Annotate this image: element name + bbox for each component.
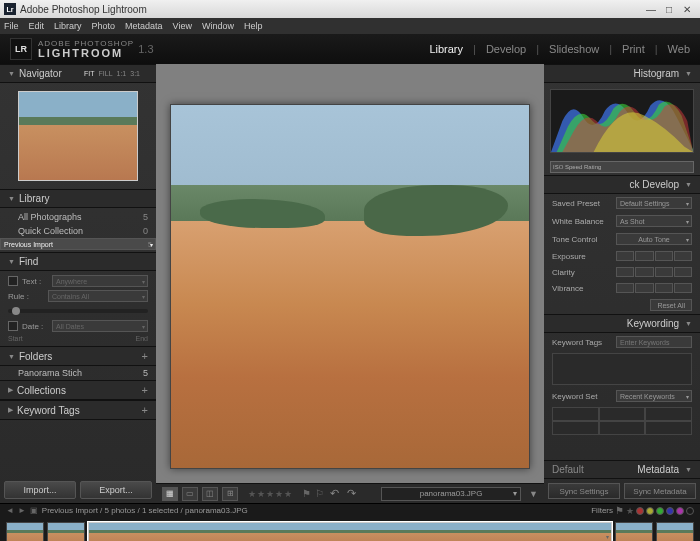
menu-file[interactable]: File <box>4 21 19 31</box>
library-header[interactable]: ▼Library <box>0 189 156 208</box>
loupe-view-icon[interactable]: ▭ <box>182 487 198 501</box>
iso-display: ISO Speed Rating <box>550 161 694 173</box>
lib-quick-collection[interactable]: Quick Collection0 <box>0 224 156 238</box>
toolbar: ▦ ▭ ◫ ⊞ ★★★★★ ⚑ ⚐ ↶ ↷ panorama03.JPG ▼ <box>156 483 544 503</box>
plus-icon[interactable]: + <box>142 384 148 396</box>
module-picker: Library| Develop| Slideshow| Print| Web <box>429 43 690 55</box>
find-rule-select[interactable]: Contains All <box>48 290 148 302</box>
nav-fill[interactable]: FILL <box>99 70 113 77</box>
find-date-select[interactable]: All Dates <box>52 320 148 332</box>
menubar: File Edit Library Photo Metadata View Wi… <box>0 18 700 34</box>
find-text-select[interactable]: Anywhere <box>52 275 148 287</box>
center-stage: ▦ ▭ ◫ ⊞ ★★★★★ ⚑ ⚐ ↶ ↷ panorama03.JPG ▼ <box>156 64 544 503</box>
saved-preset-select[interactable]: Default Settings <box>616 197 692 209</box>
import-button[interactable]: Import... <box>4 481 76 499</box>
keyword-input[interactable]: Enter Keywords <box>616 336 692 348</box>
menu-photo[interactable]: Photo <box>92 21 116 31</box>
module-print[interactable]: Print <box>622 43 645 55</box>
find-date-checkbox[interactable] <box>8 321 18 331</box>
rotate-left-icon[interactable]: ↶ <box>330 487 339 500</box>
filter-green[interactable] <box>656 507 664 515</box>
main-image[interactable] <box>170 104 530 469</box>
right-panel: Histogram▼ ISO Speed Rating ck Develop▼ … <box>544 64 700 503</box>
flag-pick-icon[interactable]: ⚑ <box>302 488 311 499</box>
keyword-set-select[interactable]: Recent Keywords <box>616 390 692 402</box>
compare-view-icon[interactable]: ◫ <box>202 487 218 501</box>
navigator-header[interactable]: ▼ Navigator FIT FILL 1:1 3:1 <box>0 64 156 83</box>
filter-blue[interactable] <box>666 507 674 515</box>
rating-stars[interactable]: ★★★★★ <box>248 489 292 499</box>
find-slider[interactable] <box>8 309 148 313</box>
app-icon: Lr <box>4 3 16 15</box>
export-button[interactable]: Export... <box>80 481 152 499</box>
lib-previous-import[interactable]: Previous Import5 <box>0 238 156 250</box>
nav-back-icon[interactable]: ◄ <box>6 506 14 515</box>
maximize-button[interactable]: □ <box>660 2 678 16</box>
module-slideshow[interactable]: Slideshow <box>549 43 599 55</box>
close-button[interactable]: ✕ <box>678 2 696 16</box>
wb-select[interactable]: As Shot <box>616 215 692 227</box>
nav-fwd-icon[interactable]: ► <box>18 506 26 515</box>
nav-fit[interactable]: FIT <box>84 70 95 77</box>
find-header[interactable]: ▼Find <box>0 252 156 271</box>
plus-icon[interactable]: + <box>142 350 148 362</box>
nav-2nd-monitor-icon[interactable]: ▣ <box>30 506 38 515</box>
nav-3-1[interactable]: 3:1 <box>130 70 140 77</box>
folder-item[interactable]: Panorama Stich5 <box>0 366 156 380</box>
filter-flag-icon[interactable]: ⚑ <box>615 505 624 516</box>
menu-edit[interactable]: Edit <box>29 21 45 31</box>
survey-view-icon[interactable]: ⊞ <box>222 487 238 501</box>
menu-view[interactable]: View <box>173 21 192 31</box>
filter-none[interactable] <box>686 507 694 515</box>
rotate-right-icon[interactable]: ↷ <box>347 487 356 500</box>
filter-yellow[interactable] <box>646 507 654 515</box>
auto-tone-button[interactable]: Auto Tone <box>616 233 692 245</box>
reset-all-button[interactable]: Reset All <box>650 299 692 311</box>
filter-star-icon[interactable]: ★ <box>626 506 634 516</box>
navigator-preview[interactable] <box>0 83 156 189</box>
keywording-header[interactable]: Keywording▼ <box>544 314 700 333</box>
minimize-button[interactable]: — <box>642 2 660 16</box>
clarity-steppers[interactable] <box>616 267 692 277</box>
vibrance-steppers[interactable] <box>616 283 692 293</box>
menu-help[interactable]: Help <box>244 21 263 31</box>
breadcrumb-text: Previous Import / 5 photos / 1 selected … <box>42 506 248 515</box>
thumb-4[interactable] <box>656 522 694 541</box>
thumb-3[interactable] <box>615 522 653 541</box>
lib-all-photos[interactable]: All Photographs5 <box>0 210 156 224</box>
folders-header[interactable]: ▼Folders+ <box>0 346 156 366</box>
thumb-1[interactable] <box>47 522 85 541</box>
module-develop[interactable]: Develop <box>486 43 526 55</box>
filter-red[interactable] <box>636 507 644 515</box>
module-web[interactable]: Web <box>668 43 690 55</box>
sync-metadata-button[interactable]: Sync Metadata <box>624 483 696 499</box>
keyword-set-grid[interactable] <box>552 407 692 435</box>
menu-window[interactable]: Window <box>202 21 234 31</box>
metadata-header[interactable]: DefaultMetadata▼ <box>544 460 700 479</box>
chevron-down-icon: ▼ <box>8 70 15 77</box>
sync-settings-button[interactable]: Sync Settings <box>548 483 620 499</box>
thumb-0[interactable] <box>6 522 44 541</box>
plus-icon[interactable]: + <box>142 404 148 416</box>
quick-develop-header[interactable]: ck Develop▼ <box>544 175 700 194</box>
left-panel: ▼ Navigator FIT FILL 1:1 3:1 ▼Library Al… <box>0 64 156 503</box>
toolbar-menu-icon[interactable]: ▼ <box>529 489 538 499</box>
histogram-header[interactable]: Histogram▼ <box>544 64 700 83</box>
titlebar: Lr Adobe Photoshop Lightroom — □ ✕ <box>0 0 700 18</box>
grid-view-icon[interactable]: ▦ <box>162 487 178 501</box>
menu-metadata[interactable]: Metadata <box>125 21 163 31</box>
nav-1-1[interactable]: 1:1 <box>117 70 127 77</box>
keyword-tags-header[interactable]: ▶Keyword Tags+ <box>0 400 156 420</box>
thumb-2[interactable] <box>88 522 612 541</box>
keyword-area[interactable] <box>552 353 692 385</box>
brandbar: LR ADOBE PHOTOSHOPLIGHTROOM 1.3 Library|… <box>0 34 700 64</box>
menu-library[interactable]: Library <box>54 21 82 31</box>
module-library[interactable]: Library <box>429 43 463 55</box>
product-name: ADOBE PHOTOSHOPLIGHTROOM <box>38 40 134 59</box>
find-text-checkbox[interactable] <box>8 276 18 286</box>
filename-select[interactable]: panorama03.JPG <box>381 487 521 501</box>
flag-reject-icon[interactable]: ⚐ <box>315 488 324 499</box>
collections-header[interactable]: ▶Collections+ <box>0 380 156 400</box>
filter-purple[interactable] <box>676 507 684 515</box>
exposure-steppers[interactable] <box>616 251 692 261</box>
